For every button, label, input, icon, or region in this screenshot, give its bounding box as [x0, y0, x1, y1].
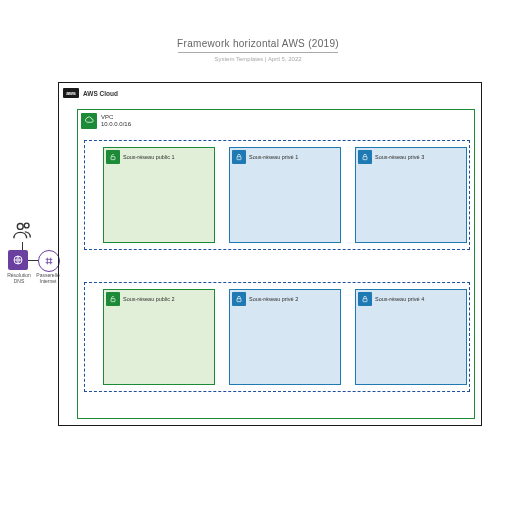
- svg-rect-3: [111, 157, 115, 160]
- vpc-name: VPC: [101, 114, 131, 121]
- subnet-private-3: Sous-réseau privé 3: [355, 147, 467, 243]
- lock-icon: [358, 150, 372, 164]
- lock-open-icon: [106, 292, 120, 306]
- aws-cloud: aws AWS Cloud VPC 10.0.0.0/16 Zone de di…: [58, 82, 482, 426]
- lock-icon: [358, 292, 372, 306]
- dns-label: Résolution DNS: [4, 273, 34, 284]
- subnet-name: Sous-réseau privé 1: [249, 154, 298, 160]
- vpc-label: VPC 10.0.0.0/16: [81, 113, 131, 129]
- aws-cloud-text: AWS Cloud: [83, 90, 118, 97]
- lock-icon: [232, 150, 246, 164]
- subnet-label: Sous-réseau public 2: [106, 292, 175, 306]
- vpc: VPC 10.0.0.0/16 Zone de disponibilité A …: [77, 109, 475, 419]
- subnet-label: Sous-réseau privé 3: [358, 150, 424, 164]
- subnet-name: Sous-réseau privé 4: [375, 296, 424, 302]
- svg-point-0: [17, 223, 23, 229]
- subnet-private-1: Sous-réseau privé 1: [229, 147, 341, 243]
- title-underline: [178, 52, 338, 53]
- subnet-name: Sous-réseau privé 2: [249, 296, 298, 302]
- lock-icon: [232, 292, 246, 306]
- svg-rect-8: [363, 299, 367, 302]
- subnet-label: Sous-réseau privé 4: [358, 292, 424, 306]
- subnet-public-1: Sous-réseau public 1: [103, 147, 215, 243]
- dns-icon: [8, 250, 28, 270]
- subnet-name: Sous-réseau public 2: [123, 296, 175, 302]
- svg-point-1: [24, 223, 29, 228]
- subnet-public-2: Sous-réseau public 2: [103, 289, 215, 385]
- aws-cloud-label: aws AWS Cloud: [63, 87, 118, 99]
- subnet-name: Sous-réseau public 1: [123, 154, 175, 160]
- connector: [28, 260, 38, 261]
- vpc-text: VPC 10.0.0.0/16: [101, 114, 131, 128]
- subnet-private-4: Sous-réseau privé 4: [355, 289, 467, 385]
- svg-rect-7: [237, 299, 241, 302]
- subnet-name: Sous-réseau privé 3: [375, 154, 424, 160]
- availability-zone-a: Zone de disponibilité A Sous-réseau publ…: [84, 140, 470, 250]
- users-icon: [12, 220, 34, 242]
- svg-rect-5: [363, 157, 367, 160]
- svg-rect-6: [111, 299, 115, 302]
- subnet-private-2: Sous-réseau privé 2: [229, 289, 341, 385]
- svg-rect-4: [237, 157, 241, 160]
- vpc-cidr: 10.0.0.0/16: [101, 121, 131, 128]
- connector: [22, 242, 23, 250]
- lock-open-icon: [106, 150, 120, 164]
- availability-zone-b: Zone de disponibilité B Sous-réseau publ…: [84, 282, 470, 392]
- subnet-label: Sous-réseau public 1: [106, 150, 175, 164]
- aws-logo-icon: aws: [63, 88, 79, 98]
- vpc-icon: [81, 113, 97, 129]
- diagram-subtitle: System Templates | April 5, 2022: [0, 56, 516, 62]
- subnet-label: Sous-réseau privé 1: [232, 150, 298, 164]
- diagram-header: Framework horizontal AWS (2019) System T…: [0, 38, 516, 62]
- diagram-title: Framework horizontal AWS (2019): [0, 38, 516, 49]
- subnet-label: Sous-réseau privé 2: [232, 292, 298, 306]
- internet-gateway-icon: [38, 250, 60, 272]
